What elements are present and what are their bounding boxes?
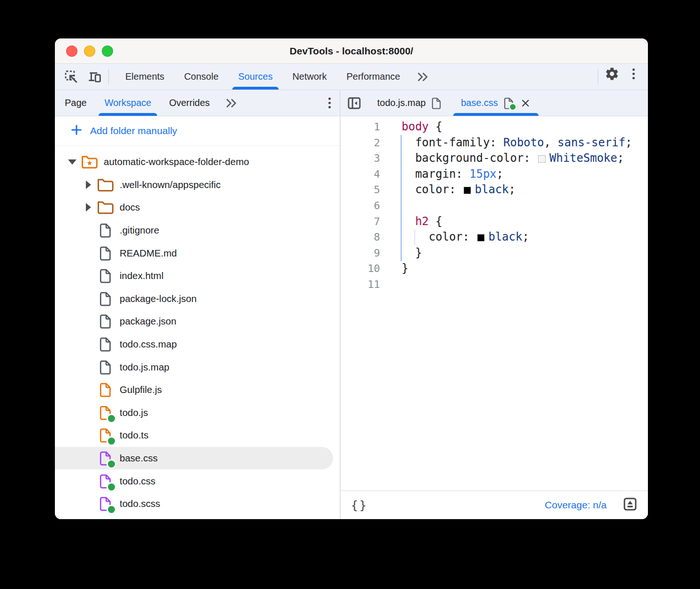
zoom-window-button[interactable] — [102, 45, 113, 57]
tree-item-todo-css-map[interactable]: todo.css.map — [55, 333, 340, 356]
tab-page[interactable]: Page — [56, 90, 96, 116]
indent-guide — [414, 229, 415, 245]
tab-performance[interactable]: Performance — [337, 64, 411, 90]
toolbar-divider — [108, 69, 109, 84]
disclosure-triangle-icon[interactable] — [80, 203, 96, 211]
tree-item-package-lock-json[interactable]: package-lock.json — [55, 287, 340, 310]
devtools-window: DevTools - localhost:8000/ Elements Cons… — [55, 38, 648, 519]
editor-tab-base-css[interactable]: base.css — [451, 90, 540, 116]
code-line-content: body { — [380, 119, 442, 135]
minimize-window-button[interactable] — [84, 45, 95, 57]
device-toolbar-icon[interactable] — [84, 67, 106, 87]
color-swatch-black[interactable] — [477, 234, 485, 242]
tree-item-todo-css[interactable]: todo.css — [55, 469, 340, 492]
file-gray-icon — [96, 335, 114, 353]
line-number[interactable]: 2 — [341, 135, 380, 151]
tree-item-gulpfile-js[interactable]: Gulpfile.js — [55, 378, 340, 401]
traffic-lights — [66, 38, 113, 63]
folder-star-icon — [80, 153, 98, 171]
unsaved-changes-dot — [108, 415, 115, 422]
file-purple-icon — [96, 449, 114, 467]
tree-item-todo-js-map[interactable]: todo.js.map — [55, 355, 340, 378]
code-line-content — [380, 277, 402, 293]
code-line-content: margin: 15px; — [380, 166, 503, 182]
pretty-print-icon[interactable]: {} — [351, 498, 368, 512]
coverage-link[interactable]: Coverage: n/a — [545, 499, 607, 511]
add-folder-button[interactable]: Add folder manually — [55, 116, 340, 146]
more-navigator-tabs-icon[interactable] — [219, 90, 244, 116]
unsaved-changes-dot — [108, 461, 115, 468]
line-number[interactable]: 6 — [341, 198, 380, 214]
toolbar-icon-group — [55, 64, 106, 90]
tree-item-docs[interactable]: docs — [55, 196, 340, 219]
color-swatch-whitesmoke[interactable] — [538, 155, 546, 163]
add-folder-label: Add folder manually — [90, 125, 177, 136]
tree-item-todo-ts[interactable]: todo.ts — [55, 424, 340, 447]
tab-overrides[interactable]: Overrides — [160, 90, 219, 116]
code-line-content — [380, 198, 402, 214]
hide-navigator-icon[interactable] — [341, 90, 368, 116]
navigator-content: Add folder manually automatic-workspace-… — [55, 116, 340, 519]
line-number[interactable]: 8 — [341, 229, 380, 245]
file-gray-icon — [96, 290, 114, 308]
line-number[interactable]: 3 — [341, 151, 380, 166]
line-number[interactable]: 11 — [341, 277, 380, 293]
tab-sources[interactable]: Sources — [228, 64, 282, 90]
disclosure-triangle-icon[interactable] — [64, 159, 80, 165]
tree-item-index-html[interactable]: index.html — [55, 264, 340, 287]
code-line: 2 font-family: Roboto, sans-serif; — [341, 135, 648, 151]
tab-console[interactable]: Console — [174, 64, 228, 90]
tree-item-label: todo.css.map — [120, 339, 177, 350]
file-gray-icon — [96, 312, 114, 330]
tree-item-package-json[interactable]: package.json — [55, 310, 340, 333]
line-number[interactable]: 1 — [341, 119, 380, 135]
show-drawer-icon[interactable] — [623, 497, 638, 513]
editor-tab-todo-js-map[interactable]: todo.js.map — [368, 90, 451, 116]
tree-item-label: base.css — [120, 453, 158, 464]
tree-item-label: package-lock.json — [120, 293, 197, 304]
file-tree: automatic-workspace-folder-demo.well-kno… — [55, 146, 340, 515]
tree-item-readme-md[interactable]: README.md — [55, 242, 340, 264]
code-editor[interactable]: 1body {2 font-family: Roboto, sans-serif… — [341, 116, 648, 491]
line-number[interactable]: 9 — [341, 245, 380, 261]
tree-item-label: todo.js.map — [120, 362, 169, 373]
settings-gear-icon[interactable] — [601, 64, 623, 83]
tab-elements[interactable]: Elements — [115, 64, 174, 90]
code-line: 3 background-color: WhiteSmoke; — [341, 151, 648, 166]
folder-icon — [96, 176, 114, 194]
file-gray-icon — [96, 244, 114, 262]
navigator-tabs: Page Workspace Overrides — [55, 90, 340, 116]
line-number[interactable]: 4 — [341, 166, 380, 182]
line-number[interactable]: 5 — [341, 182, 380, 198]
tree-item-label: Gulpfile.js — [120, 384, 162, 395]
disclosure-triangle-icon[interactable] — [80, 181, 96, 189]
unsaved-changes-dot — [510, 104, 516, 110]
tab-workspace[interactable]: Workspace — [96, 90, 160, 116]
line-number[interactable]: 7 — [341, 214, 380, 230]
plus-icon — [70, 123, 83, 139]
tree-item--well-known-appspecific[interactable]: .well-known/appspecific — [55, 174, 340, 196]
file-purple-icon — [96, 472, 114, 490]
navigator-kebab-menu-icon[interactable] — [319, 93, 340, 113]
color-swatch-black[interactable] — [464, 187, 471, 194]
tree-item-base-css[interactable]: base.css — [55, 447, 333, 470]
tab-network[interactable]: Network — [282, 64, 336, 90]
toolbar-right-group — [595, 64, 648, 90]
more-panels-icon[interactable] — [410, 64, 435, 90]
code-line-content: font-family: Roboto, sans-serif; — [380, 135, 632, 151]
inspect-element-icon[interactable] — [61, 67, 82, 87]
close-tab-icon[interactable] — [520, 98, 531, 109]
kebab-menu-icon[interactable] — [623, 64, 644, 83]
desktop-background: { "window": { "title": "DevTools - local… — [0, 0, 700, 589]
line-number[interactable]: 10 — [341, 261, 380, 277]
tree-item-automatic-workspace-folder-demo[interactable]: automatic-workspace-folder-demo — [55, 151, 340, 174]
tree-item-todo-js[interactable]: todo.js — [55, 401, 340, 424]
tree-item-label: package.json — [120, 316, 176, 327]
tree-item--gitignore[interactable]: .gitignore — [55, 219, 340, 242]
navigator-sidebar: Page Workspace Overrides Add folder manu… — [55, 90, 341, 519]
toolbar-divider — [598, 69, 598, 84]
tree-item-todo-scss[interactable]: todo.scss — [55, 492, 340, 515]
code-line: 4 margin: 15px; — [341, 166, 648, 182]
code-line-content: color: black; — [380, 229, 529, 245]
close-window-button[interactable] — [66, 45, 77, 57]
